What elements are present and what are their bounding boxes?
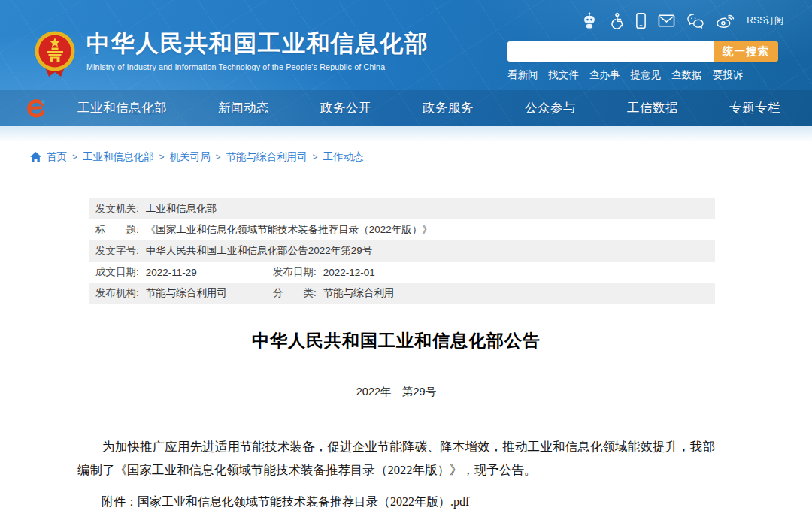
mail-icon[interactable] <box>658 14 675 28</box>
meta-value: 《国家工业和信息化领域节能技术装备推荐目录（2022年版）》 <box>146 223 432 237</box>
site-header: RSS订阅 中华人民共和国工业和信息化部 Ministry of Industr… <box>0 0 812 126</box>
nav-item-industry-data[interactable]: 工信数据 <box>627 100 678 116</box>
meta-value: 节能与综合利用司 <box>146 286 227 300</box>
site-brand: 中华人民共和国工业和信息化部 Ministry of Industry and … <box>33 30 429 80</box>
meta-row-issuing-authority: 发文机关: 工业和信息化部 <box>89 198 715 219</box>
breadcrumb-departments[interactable]: 机关司局 <box>170 150 211 164</box>
announcement-body: 为加快推广应用先进适用节能技术装备，促进企业节能降碳、降本增效，推动工业和信息化… <box>77 435 715 482</box>
main-nav: 工业和信息化部 新闻动态 政务公开 政务服务 公众参与 工信数据 专题专栏 <box>0 90 812 126</box>
quick-link-data[interactable]: 查数据 <box>671 68 702 82</box>
robot-assistant-icon[interactable] <box>581 11 598 29</box>
breadcrumb-separator: > <box>159 152 165 162</box>
meta-label: 标 题: <box>95 223 139 237</box>
quick-links: 看新闻 找文件 查办事 提意见 查数据 要投诉 <box>508 68 778 82</box>
search-input[interactable] <box>508 41 714 62</box>
nav-item-gov-disclosure[interactable]: 政务公开 <box>320 100 371 116</box>
quick-link-complaints[interactable]: 要投诉 <box>713 68 744 82</box>
breadcrumb-miit[interactable]: 工业和信息化部 <box>83 150 154 164</box>
site-title-en: Ministry of Industry and Information Tec… <box>86 62 429 71</box>
wechat-icon[interactable] <box>686 13 704 29</box>
home-icon[interactable] <box>30 152 41 162</box>
utility-bar: RSS订阅 <box>581 11 783 29</box>
nav-item-news[interactable]: 新闻动态 <box>218 100 269 116</box>
site-title-cn: 中华人民共和国工业和信息化部 <box>86 30 429 57</box>
meta-label: 发布日期: <box>273 265 317 279</box>
meta-label: 发文机关: <box>95 202 139 216</box>
breadcrumb-work-updates[interactable]: 工作动态 <box>323 150 364 164</box>
nav-item-public-participation[interactable]: 公众参与 <box>525 100 576 116</box>
meta-value: 中华人民共和国工业和信息化部公告2022年第29号 <box>146 244 373 258</box>
meta-value: 2022-12-01 <box>323 267 375 278</box>
breadcrumb-separator: > <box>313 152 318 162</box>
attachment-pdf-link[interactable]: 国家工业和信息化领域节能技术装备推荐目录（2022年版）.pdf <box>138 495 469 508</box>
meta-row-document-number: 发文字号: 中华人民共和国工业和信息化部公告2022年第29号 <box>89 240 715 262</box>
meta-label: 分 类: <box>273 286 317 300</box>
breadcrumb: 首页 > 工业和信息化部 > 机关司局 > 节能与综合利用司 > 工作动态 <box>30 150 812 164</box>
attachment-label: 附件： <box>102 495 138 508</box>
meta-row-dates: 成文日期: 2022-11-29 发布日期: 2022-12-01 <box>89 262 715 283</box>
meta-label: 发布机构: <box>95 286 139 300</box>
breadcrumb-separator: > <box>216 152 221 162</box>
meta-label: 发文字号: <box>95 244 139 258</box>
meta-label: 成文日期: <box>95 265 139 279</box>
quick-link-news[interactable]: 看新闻 <box>508 68 538 82</box>
breadcrumb-separator: > <box>72 152 77 162</box>
nav-item-special-topics[interactable]: 专题专栏 <box>729 100 780 116</box>
breadcrumb-home[interactable]: 首页 <box>47 150 67 164</box>
header-fade-strip <box>0 126 812 141</box>
document-meta-table: 发文机关: 工业和信息化部 标 题: 《国家工业和信息化领域节能技术装备推荐目录… <box>89 198 715 304</box>
announcement-issue-number: 2022年 第29号 <box>77 385 715 399</box>
breadcrumb-energy-dept[interactable]: 节能与综合利用司 <box>226 150 308 164</box>
national-emblem-icon <box>33 30 77 80</box>
announcement-title: 中华人民共和国工业和信息化部公告 <box>77 329 715 352</box>
nav-list: 工业和信息化部 新闻动态 政务公开 政务服务 公众参与 工信数据 专题专栏 <box>77 100 780 116</box>
unified-search-button[interactable]: 统一搜索 <box>714 41 778 62</box>
brand-text: 中华人民共和国工业和信息化部 Ministry of Industry and … <box>86 30 429 71</box>
nav-item-miit[interactable]: 工业和信息化部 <box>77 100 167 116</box>
rss-subscribe-link[interactable]: RSS订阅 <box>747 14 783 27</box>
quick-link-suggestions[interactable]: 提意见 <box>631 68 662 82</box>
accessibility-icon[interactable] <box>609 12 624 29</box>
search-block: 统一搜索 看新闻 找文件 查办事 提意见 查数据 要投诉 <box>508 41 778 82</box>
quick-link-services[interactable]: 查办事 <box>589 68 620 82</box>
meta-value: 工业和信息化部 <box>146 202 217 216</box>
meta-value: 2022-11-29 <box>146 267 197 278</box>
nav-item-gov-services[interactable]: 政务服务 <box>423 100 474 116</box>
weibo-icon[interactable] <box>716 12 735 29</box>
mobile-icon[interactable] <box>635 12 647 29</box>
miit-e-logo-icon[interactable] <box>26 97 47 119</box>
meta-row-publisher-category: 发布机构: 节能与综合利用司 分 类: 节能与综合利用 <box>89 283 715 304</box>
meta-value: 节能与综合利用 <box>323 286 395 300</box>
attachment-line: 附件：国家工业和信息化领域节能技术装备推荐目录（2022年版）.pdf <box>77 494 715 510</box>
meta-row-title: 标 题: 《国家工业和信息化领域节能技术装备推荐目录（2022年版）》 <box>89 219 715 240</box>
announcement-article: 中华人民共和国工业和信息化部公告 2022年 第29号 为加快推广应用先进适用节… <box>77 329 715 510</box>
quick-link-files[interactable]: 找文件 <box>549 68 580 82</box>
